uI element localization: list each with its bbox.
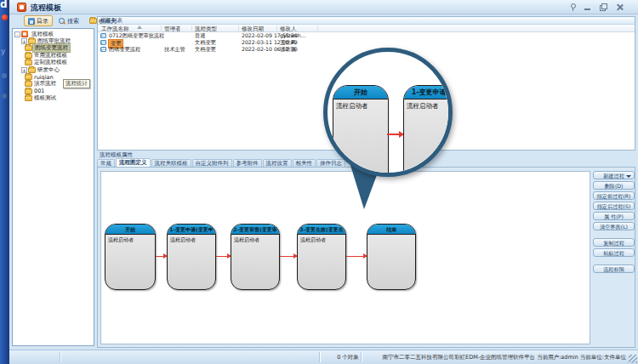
pin-icon[interactable]	[568, 3, 577, 11]
sort-asc-icon	[137, 26, 142, 29]
root-node-icon	[21, 31, 28, 37]
paste-process-button[interactable]: 粘贴过程	[593, 248, 635, 257]
table-row-selected[interactable]: 变更 文档变更 2022-03-11 12:00:49 王世风	[98, 39, 635, 46]
tree-tooltip: 流程统计	[63, 79, 90, 88]
tab-relevance[interactable]: 相关性	[293, 159, 316, 167]
desktop-edge-strip: d y	[0, 0, 9, 364]
left-toolbar: 目录 搜索 收藏夹	[24, 15, 121, 26]
flow-node-change-review[interactable]: 2-变更审查(变更审 流程启动者	[231, 224, 280, 290]
flow-canvas[interactable]: 开始 流程启动者 1-变更申请(变更申 流程启动者 2-变更审查(变更审 流程启…	[100, 171, 590, 344]
faint-desktop-glyph: y	[1, 47, 5, 55]
search-label: 搜索	[67, 17, 79, 26]
company-status-text: 南宁市二零二五科技有限公司彩虹EDM-企业图纸管理软件平台 当前用户:admin…	[383, 354, 626, 361]
desktop-dot-icon	[2, 73, 7, 78]
folder-icon	[25, 60, 32, 65]
favorites-label: 收藏夹	[99, 17, 117, 26]
tab-flow-definition[interactable]: 流程图定义	[116, 158, 151, 167]
workflow-icon	[100, 47, 106, 52]
clear-canvas-button[interactable]: 清空界面(L)	[593, 222, 635, 230]
folder-icon	[25, 95, 32, 101]
restore-icon[interactable]	[599, 3, 607, 11]
set-next-process-button[interactable]: 指定后过程(S)	[593, 202, 635, 210]
side-button-column: 新建过程 删除(D) 指定前过程(R) 指定后过程(S) 属 性(P) 清空界面…	[593, 171, 635, 275]
favorites-button[interactable]: 收藏夹	[85, 15, 121, 26]
flow-permission-button[interactable]: 流程权限	[593, 264, 635, 273]
delete-button[interactable]: 删除(D)	[593, 181, 635, 190]
tab-ref-attachment[interactable]: 参考附件	[233, 159, 262, 167]
collapse-icon[interactable]: -	[14, 31, 20, 37]
flow-node-start[interactable]: 开始 流程启动者	[105, 224, 156, 290]
minimize-icon[interactable]	[584, 3, 592, 11]
window-title: 流程模板	[31, 3, 61, 14]
table-row[interactable]: 0712图纸变更审批流程 普通 2022-02-09 17:55:20 gylz…	[98, 32, 635, 39]
workflow-icon	[100, 33, 106, 38]
copy-process-button[interactable]: 复制过程	[593, 238, 635, 247]
search-icon	[59, 18, 66, 25]
red-dot-icon	[2, 14, 8, 20]
expand-icon[interactable]: +	[21, 67, 27, 73]
magnifier-circle: 开始 流程启动者 1-变更申请(变 流程启动者	[323, 48, 453, 177]
close-icon[interactable]	[616, 3, 624, 11]
favorites-folder-icon	[89, 18, 97, 24]
set-prev-process-button[interactable]: 指定前过程(R)	[593, 191, 635, 200]
app-icon	[17, 3, 26, 12]
tab-operation-log[interactable]: 操作日志	[316, 159, 345, 167]
chevron-down-icon	[626, 175, 631, 178]
tab-linked-templates[interactable]: 流程关联模板	[151, 159, 191, 167]
folder-icon	[25, 81, 32, 87]
catalog-button[interactable]: 目录	[24, 15, 53, 26]
title-bar: 流程模板	[9, 0, 638, 14]
folder-icon	[25, 74, 32, 80]
tab-general[interactable]: 常规	[97, 159, 115, 167]
flow-arrow	[156, 256, 167, 257]
app-window: d y 流程模板 目录 搜索 收藏夹 - 流程模板	[0, 0, 638, 364]
catalog-label: 目录	[37, 17, 48, 26]
search-button[interactable]: 搜索	[54, 15, 83, 26]
properties-button[interactable]: 属 性(P)	[593, 212, 635, 220]
expand-icon[interactable]: +	[21, 38, 27, 44]
object-count: 0 个对象	[328, 354, 367, 361]
new-process-button[interactable]: 新建过程	[593, 171, 635, 179]
folder-icon	[25, 45, 32, 51]
status-bar: 0 个对象 南宁市二零二五科技有限公司彩虹EDM-企业图纸管理软件平台 当前用户…	[9, 350, 638, 364]
flow-node-change-request[interactable]: 1-变更申请(变更申 流程启动者	[167, 224, 216, 290]
template-list-caption: 模板列表	[98, 17, 635, 25]
catalog-icon	[28, 18, 35, 25]
flow-node-end[interactable]: 结束	[367, 224, 416, 290]
tab-custom-attachment[interactable]: 自定义附件列	[192, 159, 232, 167]
flow-arrow	[280, 256, 297, 257]
tab-flow-settings[interactable]: 流程设置	[263, 159, 292, 167]
flow-arrow	[216, 256, 231, 257]
workflow-icon	[100, 40, 106, 45]
tree-item[interactable]: 模板测试	[14, 95, 94, 102]
template-tree: - 流程模板 + 图纸审批流程 图纸变更流程 常用流程模板 定制流程模板 +	[12, 28, 94, 346]
flow-node-change-effective[interactable]: 3-变更生效(变更生 流程启动者	[297, 224, 346, 290]
desktop-dot-icon	[2, 94, 7, 99]
magnified-flow-arrow	[387, 134, 403, 135]
desktop-icon-letter: d	[0, 0, 8, 10]
tree-item[interactable]: 演示流程 流程统计	[14, 81, 94, 88]
folder-icon	[25, 53, 32, 59]
resize-grip[interactable]	[629, 355, 637, 363]
folder-icon	[25, 88, 32, 94]
folder-icon	[28, 67, 36, 73]
flow-arrow	[346, 256, 367, 257]
table-header: 工作流名称 管理者 流程类型 修改日期 修改人	[98, 25, 635, 32]
